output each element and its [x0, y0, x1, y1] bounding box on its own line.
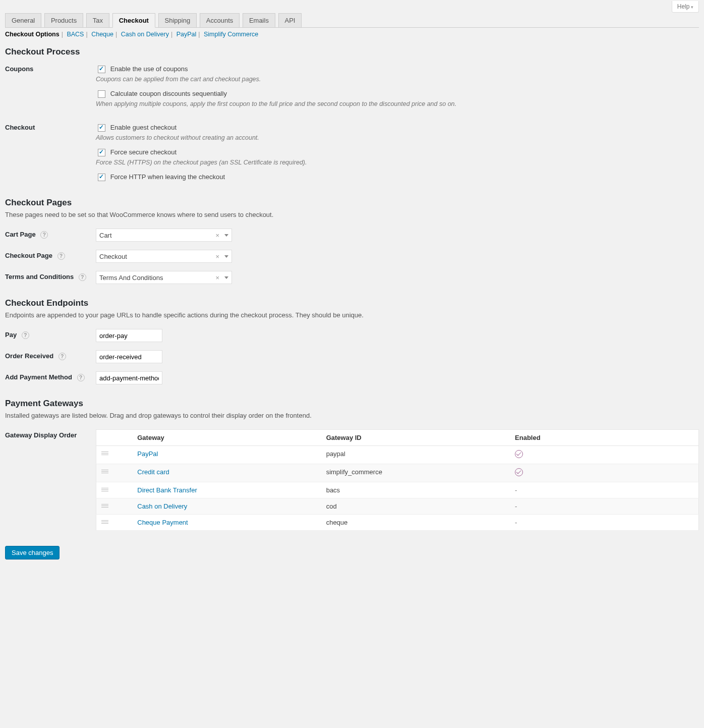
sequential-coupons-label[interactable]: Calculate coupon discounts sequentially: [96, 89, 699, 99]
help-icon[interactable]: [79, 273, 86, 281]
subsection-paypal[interactable]: PayPal: [177, 31, 197, 38]
disabled-dash-icon: -: [515, 519, 517, 526]
unforce-ssl-checkbox[interactable]: [98, 174, 105, 181]
tab-tax[interactable]: Tax: [86, 13, 109, 27]
settings-tabs: General Products Tax Checkout Shipping A…: [5, 13, 699, 28]
gateway-enabled-status: -: [510, 482, 698, 498]
sequential-coupons-checkbox[interactable]: [98, 90, 105, 98]
clear-icon[interactable]: ×: [213, 232, 221, 239]
endpoint-received-input[interactable]: [96, 350, 162, 363]
gateway-enabled-status: [510, 464, 698, 482]
gateway-link[interactable]: Cheque Payment: [137, 519, 188, 526]
endpoint-add-pm-input[interactable]: [96, 371, 162, 384]
gateway-id: paypal: [321, 446, 510, 464]
endpoint-add-pm-label: Add Payment Method: [5, 373, 72, 381]
checkout-endpoints-heading: Checkout Endpoints: [5, 298, 699, 308]
force-ssl-desc: Force SSL (HTTPS) on the checkout pages …: [96, 159, 699, 166]
disabled-dash-icon: -: [515, 486, 517, 494]
gateway-enabled-status: -: [510, 515, 698, 531]
checkout-pages-desc: These pages need to be set so that WooCo…: [5, 211, 699, 218]
gateway-link[interactable]: Cash on Delivery: [137, 502, 187, 510]
chevron-down-icon: [224, 276, 228, 279]
help-toggle[interactable]: Help: [672, 1, 699, 13]
help-icon[interactable]: [57, 252, 65, 260]
subsection-bacs[interactable]: BACS: [67, 31, 84, 38]
tab-emails[interactable]: Emails: [243, 13, 275, 27]
tab-api[interactable]: API: [278, 13, 302, 27]
payment-gateways-heading: Payment Gateways: [5, 399, 699, 409]
gateway-enabled-status: -: [510, 498, 698, 515]
table-row: Direct Bank Transferbacs-: [96, 482, 699, 498]
clear-icon[interactable]: ×: [213, 253, 221, 260]
checkout-page-select[interactable]: Checkout ×: [96, 250, 232, 263]
unforce-ssl-text: Force HTTP when leaving the checkout: [110, 173, 225, 181]
enable-coupons-label[interactable]: Enable the use of coupons: [96, 64, 699, 75]
drag-handle-icon[interactable]: [96, 482, 133, 498]
col-enabled: Enabled: [510, 430, 698, 446]
guest-checkout-checkbox[interactable]: [98, 124, 105, 132]
disabled-dash-icon: -: [515, 502, 517, 510]
subsection-cod[interactable]: Cash on Delivery: [121, 31, 169, 38]
drag-handle-icon[interactable]: [96, 446, 133, 464]
tab-checkout[interactable]: Checkout: [112, 13, 155, 28]
tab-shipping[interactable]: Shipping: [158, 13, 197, 27]
enable-coupons-text: Enable the use of coupons: [110, 65, 188, 73]
help-icon[interactable]: [58, 353, 66, 360]
tab-accounts[interactable]: Accounts: [200, 13, 240, 27]
gateway-id: simplify_commerce: [321, 464, 510, 482]
enable-coupons-desc: Coupons can be applied from the cart and…: [96, 76, 699, 83]
endpoint-received-label: Order Received: [5, 352, 53, 360]
table-row: Cash on Deliverycod-: [96, 498, 699, 515]
gateway-id: cod: [321, 498, 510, 515]
check-circle-icon: [515, 450, 523, 458]
clear-icon[interactable]: ×: [213, 274, 221, 282]
subsection-simplify[interactable]: Simplify Commerce: [204, 31, 258, 38]
drag-handle-icon[interactable]: [96, 464, 133, 482]
checkout-process-heading: Checkout Process: [5, 47, 699, 57]
force-ssl-text: Force secure checkout: [110, 148, 177, 156]
table-row: Cheque Paymentcheque-: [96, 515, 699, 531]
force-ssl-label[interactable]: Force secure checkout: [96, 147, 699, 158]
checkout-row-label: Checkout: [5, 119, 96, 189]
gateway-order-label: Gateway Display Order: [5, 426, 96, 536]
terms-page-label: Terms and Conditions: [5, 273, 74, 281]
help-icon[interactable]: [22, 331, 29, 339]
sequential-coupons-desc: When applying multiple coupons, apply th…: [96, 100, 699, 107]
drag-handle-icon[interactable]: [96, 515, 133, 531]
cart-page-value: Cart: [99, 232, 213, 239]
col-gateway: Gateway: [132, 430, 321, 446]
subsection-nav: Checkout Options| BACS| Cheque| Cash on …: [5, 31, 699, 38]
cart-page-label: Cart Page: [5, 231, 36, 238]
force-ssl-checkbox[interactable]: [98, 149, 105, 156]
subsection-cheque[interactable]: Cheque: [91, 31, 113, 38]
guest-checkout-label[interactable]: Enable guest checkout: [96, 123, 699, 133]
check-circle-icon: [515, 468, 523, 476]
endpoint-pay-input[interactable]: [96, 329, 162, 342]
endpoint-pay-label: Pay: [5, 331, 17, 339]
gateway-enabled-status: [510, 446, 698, 464]
gateway-link[interactable]: Direct Bank Transfer: [137, 486, 197, 494]
help-icon[interactable]: [77, 374, 85, 381]
gateway-link[interactable]: Credit card: [137, 468, 169, 476]
guest-checkout-desc: Allows customers to checkout without cre…: [96, 134, 699, 141]
enable-coupons-checkbox[interactable]: [98, 66, 105, 73]
tab-general[interactable]: General: [5, 13, 41, 27]
cart-page-select[interactable]: Cart ×: [96, 229, 232, 242]
gateway-link[interactable]: PayPal: [137, 450, 158, 458]
col-gateway-id: Gateway ID: [321, 430, 510, 446]
chevron-down-icon: [224, 255, 228, 258]
drag-handle-icon[interactable]: [96, 498, 133, 515]
coupons-row-label: Coupons: [5, 60, 96, 119]
gateway-id: cheque: [321, 515, 510, 531]
checkout-endpoints-desc: Endpoints are appended to your page URLs…: [5, 311, 699, 319]
help-icon[interactable]: [40, 231, 48, 239]
save-button[interactable]: Save changes: [5, 546, 60, 559]
subsection-checkout-options[interactable]: Checkout Options: [5, 31, 60, 38]
terms-page-select[interactable]: Terms And Conditions ×: [96, 271, 232, 284]
checkout-page-label: Checkout Page: [5, 252, 52, 259]
sequential-coupons-text: Calculate coupon discounts sequentially: [110, 90, 227, 97]
gateway-id: bacs: [321, 482, 510, 498]
tab-products[interactable]: Products: [44, 13, 83, 27]
unforce-ssl-label[interactable]: Force HTTP when leaving the checkout: [96, 172, 699, 183]
terms-page-value: Terms And Conditions: [99, 274, 213, 282]
